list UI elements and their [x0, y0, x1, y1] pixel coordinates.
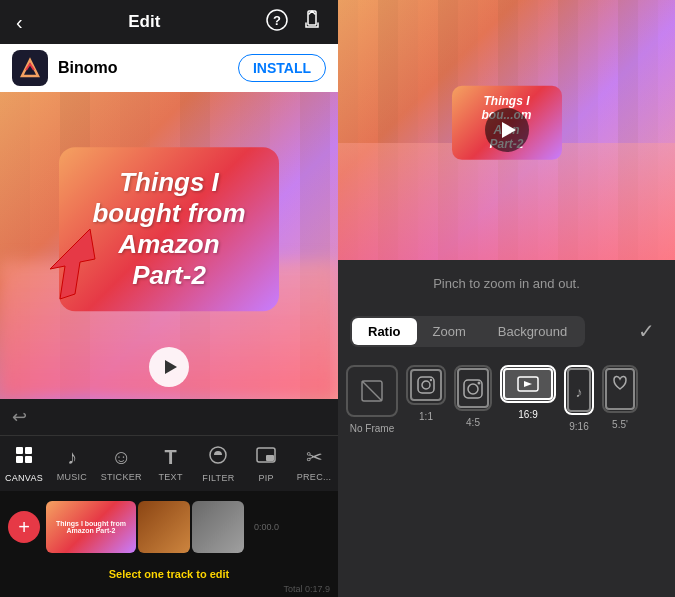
video-preview: Things Ibought fromAmazonPart-2: [0, 92, 338, 399]
filter-icon: [208, 445, 228, 470]
ratio-tabs: Ratio Zoom Background ✓: [338, 307, 675, 355]
ratio-options: No Frame 1:1: [338, 355, 675, 444]
toolbar-item-sticker[interactable]: ☺ STICKER: [101, 446, 142, 482]
ratio-1-1-box: [406, 365, 446, 405]
arrow-pointer: [30, 224, 110, 304]
tab-background[interactable]: Background: [482, 318, 583, 345]
toolbar-item-music[interactable]: ♪ MUSIC: [53, 446, 91, 482]
tab-ratio[interactable]: Ratio: [352, 318, 417, 345]
clip-thumbnail-1[interactable]: Things I bought from Amazon Part-2: [46, 501, 136, 553]
pip-label: PIP: [259, 473, 274, 483]
top-bar: ‹ Edit ?: [0, 0, 338, 44]
svg-line-11: [362, 381, 382, 401]
svg-rect-3: [16, 447, 23, 454]
filter-label: FILTER: [202, 473, 234, 483]
music-icon: ♪: [67, 446, 77, 469]
pip-icon: [256, 445, 276, 470]
clip-thumbnail-3[interactable]: [192, 501, 244, 553]
right-play-button[interactable]: [485, 108, 529, 152]
pinch-hint-text: Pinch to zoom in and out.: [433, 276, 580, 291]
svg-rect-9: [266, 455, 274, 461]
play-button-area[interactable]: [149, 347, 189, 387]
undo-icon[interactable]: ↩: [12, 406, 27, 428]
ratio-option-1-1[interactable]: 1:1: [406, 365, 446, 434]
play-button[interactable]: [149, 347, 189, 387]
no-frame-label: No Frame: [350, 423, 394, 434]
toolbar: CANVAS ♪ MUSIC ☺ STICKER T TEXT FILTER: [0, 435, 338, 491]
top-bar-actions: ?: [266, 9, 322, 36]
ratio-5-5-label: 5.5': [612, 419, 628, 430]
tab-zoom[interactable]: Zoom: [417, 318, 482, 345]
ratio-option-5-5[interactable]: 5.5': [602, 365, 638, 434]
svg-rect-6: [25, 456, 32, 463]
text-icon: T: [165, 446, 177, 469]
svg-rect-5: [16, 456, 23, 463]
ratio-4-5-label: 4:5: [466, 417, 480, 428]
total-duration: Total 0:17.9: [0, 582, 338, 596]
clip-thumbnail-2[interactable]: [138, 501, 190, 553]
toolbar-item-pip[interactable]: PIP: [247, 445, 285, 483]
ratio-9-16-box: ♪: [564, 365, 594, 415]
undo-bar: ↩: [0, 399, 338, 435]
right-video-background: Things Ibou...omA...nPart-2: [338, 0, 675, 260]
sticker-icon: ☺: [111, 446, 131, 469]
right-bottom-blur: [338, 143, 675, 260]
page-title: Edit: [128, 12, 160, 32]
help-icon[interactable]: ?: [266, 9, 288, 36]
svg-text:♪: ♪: [576, 384, 583, 400]
ad-app-name: Binomo: [58, 59, 228, 77]
ratio-16-9-label: 16:9: [518, 409, 537, 420]
sticker-label: STICKER: [101, 472, 142, 482]
timeline-time: 0:00.0: [250, 522, 283, 532]
svg-rect-12: [411, 370, 441, 400]
timeline-track: Things I bought from Amazon Part-2: [46, 499, 244, 555]
svg-point-15: [430, 379, 432, 381]
toolbar-item-canvas[interactable]: CANVAS: [5, 445, 43, 483]
select-track-message: Select one track to edit: [0, 566, 338, 582]
timeline: + Things I bought from Amazon Part-2 0:0…: [0, 491, 338, 563]
ratio-4-5-box: [454, 365, 492, 411]
precut-label: PREC...: [297, 472, 332, 482]
ad-logo: [12, 50, 48, 86]
ratio-9-16-label: 9:16: [569, 421, 588, 432]
ratio-1-1-label: 1:1: [419, 411, 433, 422]
svg-point-18: [468, 384, 478, 394]
scissors-icon: ✂: [306, 445, 323, 469]
ratio-option-no-frame[interactable]: No Frame: [346, 365, 398, 434]
text-label: TEXT: [159, 472, 183, 482]
ratio-option-9-16[interactable]: ♪ 9:16: [564, 365, 594, 434]
install-button[interactable]: INSTALL: [238, 54, 326, 82]
ratio-5-5-box: [602, 365, 638, 413]
back-button[interactable]: ‹: [16, 11, 23, 34]
canvas-icon: [14, 445, 34, 470]
svg-rect-16: [458, 369, 488, 407]
share-icon[interactable]: [302, 9, 322, 36]
svg-rect-4: [25, 447, 32, 454]
toolbar-item-filter[interactable]: FILTER: [199, 445, 237, 483]
right-panel: Things Ibou...omA...nPart-2 Pinch to zoo…: [338, 0, 675, 597]
toolbar-item-text[interactable]: T TEXT: [152, 446, 190, 482]
ratio-option-4-5[interactable]: 4:5: [454, 365, 492, 434]
svg-text:?: ?: [273, 13, 281, 28]
add-clip-button[interactable]: +: [8, 511, 40, 543]
right-video-preview: Things Ibou...omA...nPart-2: [338, 0, 675, 260]
svg-point-14: [422, 381, 430, 389]
clip-text: Things I bought from Amazon Part-2: [46, 518, 136, 536]
left-panel: ‹ Edit ?: [0, 0, 338, 597]
toolbar-item-precut[interactable]: ✂ PREC...: [295, 445, 333, 482]
ad-banner: Binomo INSTALL: [0, 44, 338, 92]
pinch-hint: Pinch to zoom in and out.: [338, 260, 675, 307]
tab-group: Ratio Zoom Background: [350, 316, 585, 347]
ratio-16-9-box: [500, 365, 556, 403]
ratio-option-16-9[interactable]: 16:9: [500, 365, 556, 434]
no-frame-box: [346, 365, 398, 417]
confirm-button[interactable]: ✓: [630, 315, 663, 347]
svg-point-19: [478, 382, 481, 385]
music-label: MUSIC: [57, 472, 88, 482]
canvas-label: CANVAS: [5, 473, 43, 483]
